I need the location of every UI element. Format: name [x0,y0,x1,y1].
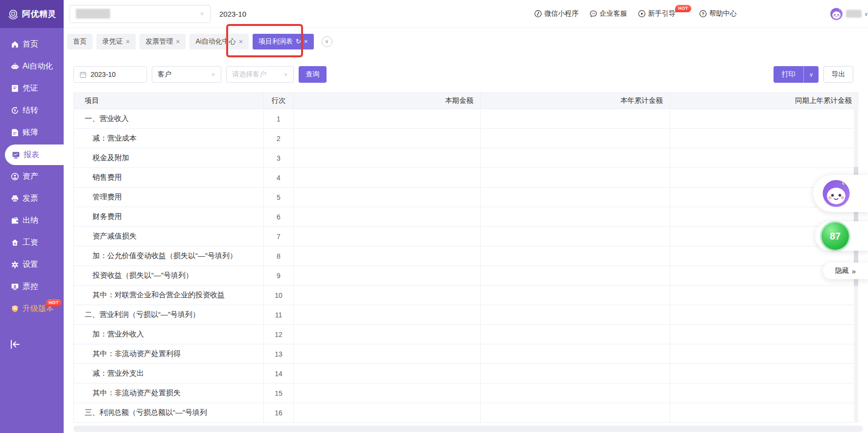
print-split-button[interactable]: 打印 ∨ [774,66,819,83]
tab-录凭证[interactable]: 录凭证× [96,34,136,49]
sidebar-item-报表[interactable]: 报表 [5,144,64,165]
customer-placeholder: 请选择客户 [232,70,266,79]
topbar-link-帮助中心[interactable]: 帮助中心 [699,9,737,18]
topbar-link-新手引导[interactable]: 新手引导HOT [638,9,676,18]
column-header-行次: 行次 [264,92,294,109]
tab-发票管理[interactable]: 发票管理× [140,34,186,49]
amount-cell [294,109,481,129]
tab-首页[interactable]: 首页 [67,34,93,49]
company-select[interactable]: ∨ [70,5,211,23]
sidebar-item-凭证[interactable]: 凭证 [0,77,64,99]
sidebar-item-label: 首页 [23,39,38,49]
topbar-links: 微信小程序企业客服新手引导HOT帮助中心 [523,9,737,18]
sidebar-item-升级版本[interactable]: 升级版本HOT [0,298,64,320]
table-vertical-scrollbar[interactable] [854,92,858,423]
period-date-picker[interactable]: 2023-10 [73,66,147,83]
salary-icon [11,239,19,247]
export-button[interactable]: 导出 [823,66,853,83]
cashier-icon [11,216,19,225]
amount-cell [294,325,481,344]
assets-icon [11,172,19,181]
health-score-widget[interactable]: 87 [815,221,868,251]
sidebar-item-发票[interactable]: 发票 [0,188,64,210]
topbar-link-企业客服[interactable]: 企业客服 [589,9,627,18]
sidebar-item-label: 发票 [23,193,38,204]
table-row: 二、营业利润（亏损以“—”号填列）11 [74,305,858,325]
query-button[interactable]: 查询 [299,66,327,83]
amount-cell [294,384,481,403]
sidebar-collapse-icon[interactable] [10,339,21,349]
sidebar-item-设置[interactable]: 设置 [0,254,64,276]
item-cell: 加：营业外收入 [74,325,264,344]
assistant-robot-widget[interactable] [813,175,868,212]
tab-Ai自动化中心[interactable]: Ai自动化中心× [189,34,249,49]
report-icon [12,151,20,159]
sidebar-item-label: 工资 [23,238,38,248]
sidebar-item-票控[interactable]: 票控 [0,276,64,298]
horizontal-scrollbar[interactable] [73,426,863,432]
dimension-select[interactable]: 客户 ∨ [152,66,221,83]
tab-close-icon[interactable]: × [126,38,130,45]
table-row: 资产减值损失7 [74,227,858,246]
beginner-guide-icon [638,10,646,18]
print-dropdown-chevron-icon[interactable]: ∨ [803,66,819,83]
amount-cell [481,148,670,168]
item-cell: 减：营业外支出 [74,364,264,384]
amount-cell [670,305,859,325]
table-row: 一、营业收入1 [74,109,858,129]
amount-cell [481,188,670,207]
hide-label: 隐藏 [835,266,849,275]
tab-close-icon[interactable]: × [239,38,243,45]
dimension-value: 客户 [158,70,171,79]
amount-cell [670,148,859,168]
customer-select[interactable]: 请选择客户 ∨ [226,66,294,83]
tab-refresh-icon[interactable]: ↻ [296,38,301,45]
amount-cell [670,384,859,403]
item-cell: 销售费用 [74,168,264,188]
amount-cell [294,305,481,325]
sidebar-item-账簿[interactable]: 账簿 [0,121,64,144]
user-menu[interactable]: ∨ [830,7,868,21]
sidebar-item-资产[interactable]: 资产 [0,166,64,188]
item-cell: 财务费用 [74,207,264,227]
upgrade-icon [11,305,19,313]
sidebar-item-出纳[interactable]: 出纳 [0,210,64,232]
sidebar-item-工资[interactable]: 工资 [0,232,64,254]
line-number-cell: 10 [264,286,294,305]
topbar-link-微信小程序[interactable]: 微信小程序 [534,9,579,18]
amount-cell [670,344,859,364]
item-cell: 税金及附加 [74,148,264,168]
print-button[interactable]: 打印 [774,70,803,79]
robot-icon [11,62,19,71]
line-number-cell: 6 [264,207,294,227]
app-logo: 阿优精灵 [0,0,64,28]
tab-close-icon[interactable]: × [176,38,180,45]
tab-项目利润表[interactable]: 项目利润表↻× [253,34,314,49]
current-period: 2023-10 [219,10,246,18]
tab-list-dropdown[interactable]: ∨ [322,36,332,47]
tab-label: Ai自动化中心 [195,37,235,46]
line-number-cell: 8 [264,246,294,266]
sidebar-item-结转[interactable]: 结转 [0,99,64,121]
line-number-cell: 2 [264,129,294,148]
tab-label: 发票管理 [145,37,173,46]
amount-cell [481,325,670,344]
amount-cell [294,403,481,423]
tabs-container: 首页录凭证×发票管理×Ai自动化中心×项目利润表↻× [67,34,318,49]
table-row: 税金及附加3 [74,148,858,168]
company-name-redacted [76,9,110,19]
carryover-icon [11,106,19,115]
tab-label: 首页 [73,37,87,46]
amount-cell [481,227,670,246]
tab-close-icon[interactable]: × [304,38,308,45]
line-number-cell: 13 [264,344,294,364]
cashier-icon [11,216,19,225]
hide-widgets-button[interactable]: 隐藏 » [823,263,868,279]
topbar-link-label: 新手引导 [648,9,676,18]
report-icon [12,151,20,159]
sidebar-item-首页[interactable]: 首页 [0,33,64,55]
sidebar-item-Ai自动化[interactable]: Ai自动化 [0,55,64,77]
profit-report-table: 项目行次本期金额本年累计金额同期上年累计金额 一、营业收入1减：营业成本2税金及… [73,92,858,423]
top-bar: ∨ 2023-10 微信小程序企业客服新手引导HOT帮助中心 ∨ [64,0,868,28]
score-badge[interactable]: 87 [821,222,849,250]
